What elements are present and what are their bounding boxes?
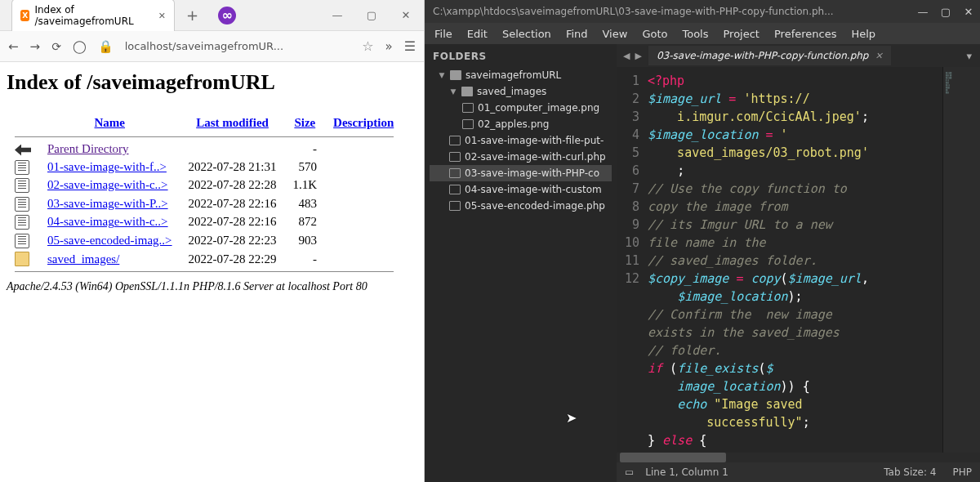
file-link[interactable]: 04-save-image-with-c..> (47, 215, 168, 228)
back-button[interactable]: ← (8, 39, 19, 54)
file-link[interactable]: 01-save-image-with-f..> (47, 160, 167, 173)
menu-item-preferences[interactable]: Preferences (774, 28, 836, 40)
menu-item-selection[interactable]: Selection (502, 28, 551, 40)
reload-button[interactable]: ⟳ (51, 40, 61, 53)
editor-maximize-icon[interactable]: ▢ (934, 0, 957, 23)
status-cursor[interactable]: Line 1, Column 1 (645, 466, 728, 478)
new-tab-button[interactable]: + (181, 7, 203, 24)
tree-file[interactable]: 03-save-image-with-PHP-co (430, 165, 612, 181)
table-row: 02-save-image-with-c..> 2022-07-28 22:28… (7, 176, 402, 195)
file-link[interactable]: 05-save-encoded-imag..> (47, 234, 172, 247)
editor-file-tab[interactable]: 03-save-image-with-PHP-copy-function.php… (648, 46, 891, 65)
status-tabsize[interactable]: Tab Size: 4 (884, 466, 936, 478)
address-bar[interactable]: localhost/saveimagefromUR... (125, 40, 350, 52)
parent-link[interactable]: Parent Directory (47, 142, 129, 155)
tree-label: 02-save-image-with-curl.php (465, 151, 606, 163)
code-area[interactable]: 123456789101112 <?php $image_url = 'http… (617, 67, 980, 453)
forward-button[interactable]: → (30, 39, 41, 54)
chevron-down-icon: ▼ (438, 71, 446, 79)
up-icon (15, 145, 31, 156)
browser-window: X Index of /saveimagefromURL ✕ + ∞ — ▢ ✕… (0, 0, 425, 482)
file-modified: 2022-07-28 22:29 (180, 250, 285, 269)
file-link[interactable]: 03-save-image-with-P..> (47, 197, 168, 210)
menu-item-edit[interactable]: Edit (467, 28, 488, 40)
table-row: 01-save-image-with-f..> 2022-07-28 21:31… (7, 158, 402, 176)
col-size[interactable]: Size (294, 116, 315, 129)
menu-item-view[interactable]: View (603, 28, 628, 40)
file-icon (462, 103, 474, 113)
editor-menu-bar: FileEditSelectionFindViewGotoToolsProjec… (425, 23, 980, 44)
col-modified[interactable]: Last modified (196, 116, 269, 129)
file-icon (449, 152, 461, 162)
menu-icon[interactable]: ☰ (404, 38, 416, 54)
close-tab-icon[interactable]: ✕ (158, 11, 166, 21)
extension-icon[interactable]: ∞ (218, 7, 236, 25)
tree-file[interactable]: 04-save-image-with-custom (430, 181, 612, 198)
tab-prev-icon[interactable]: ◀ (623, 51, 630, 61)
menu-item-help[interactable]: Help (851, 28, 875, 40)
table-row: 05-save-encoded-imag..> 2022-07-28 22:23… (7, 231, 402, 250)
tree-file[interactable]: 02_apples.png (430, 116, 612, 132)
file-link[interactable]: 02-save-image-with-c..> (47, 178, 168, 191)
folder-icon (450, 70, 461, 80)
tree-folder[interactable]: ▼saved_images (430, 83, 612, 100)
lock-icon[interactable]: 🔒 (98, 39, 114, 54)
menu-item-project[interactable]: Project (723, 28, 759, 40)
parent-row: Parent Directory - (7, 141, 402, 158)
file-size: 872 (285, 213, 326, 232)
server-footer: Apache/2.4.53 (Win64) OpenSSL/1.1.1n PHP… (7, 280, 417, 293)
tree-file[interactable]: 05-save-encoded-image.php (430, 198, 612, 214)
table-row: 03-save-image-with-P..> 2022-07-28 22:16… (7, 194, 402, 213)
tree-label: 03-save-image-with-PHP-co (465, 167, 599, 179)
file-icon (462, 119, 474, 129)
scrollbar-thumb[interactable] (620, 453, 726, 462)
maximize-icon[interactable]: ▢ (360, 4, 383, 27)
col-name[interactable]: Name (95, 116, 126, 129)
close-file-tab-icon[interactable]: ✕ (875, 51, 882, 61)
code-text[interactable]: <?php $image_url = 'https:// i.imgur.com… (646, 67, 942, 453)
file-icon (15, 160, 29, 175)
file-size: 570 (285, 158, 326, 176)
tab-next-icon[interactable]: ▶ (635, 51, 641, 61)
minimize-icon[interactable]: — (326, 4, 349, 27)
col-desc[interactable]: Description (333, 116, 394, 129)
tab-overflow-icon[interactable]: ▾ (966, 50, 980, 62)
editor-sidebar: FOLDERS ▼saveimagefromURL▼saved_images01… (425, 44, 617, 482)
file-modified: 2022-07-28 22:16 (180, 213, 285, 232)
editor-minimize-icon[interactable]: — (911, 0, 934, 23)
tree-label: saved_images (477, 86, 546, 97)
file-link[interactable]: saved_images/ (47, 252, 119, 266)
tree-file[interactable]: 02-save-image-with-curl.php (430, 149, 612, 165)
shield-icon[interactable]: ◯ (73, 39, 87, 54)
minimap[interactable]: ██ ██████ ████ ████ ██████ ██████████ (942, 67, 980, 453)
bookmark-star-icon[interactable]: ☆ (362, 38, 373, 54)
browser-tab[interactable]: X Index of /saveimagefromURL ✕ (11, 0, 175, 32)
editor-title-text: C:\xampp\htdocs\saveimagefromURL\03-save… (433, 6, 834, 17)
tree-label: saveimagefromURL (466, 69, 561, 81)
menu-item-goto[interactable]: Goto (642, 28, 667, 40)
close-icon[interactable]: ✕ (394, 4, 417, 27)
menu-item-find[interactable]: Find (566, 28, 588, 40)
horizontal-scrollbar[interactable] (617, 453, 980, 462)
folder-icon (15, 252, 29, 266)
editor-tab-bar: ◀ ▶ 03-save-image-with-PHP-copy-function… (617, 44, 980, 67)
file-tree: ▼saveimagefromURL▼saved_images01_compute… (425, 67, 617, 214)
file-icon (15, 197, 29, 212)
overflow-icon[interactable]: » (385, 39, 392, 54)
tree-file[interactable]: 01-save-image-with-file-put- (430, 132, 612, 149)
console-icon[interactable]: ▭ (625, 466, 634, 478)
menu-item-file[interactable]: File (434, 28, 452, 40)
tree-label: 04-save-image-with-custom (465, 184, 602, 195)
table-row: 04-save-image-with-c..> 2022-07-28 22:16… (7, 213, 402, 232)
status-lang[interactable]: PHP (953, 466, 973, 478)
menu-item-tools[interactable]: Tools (682, 28, 708, 40)
editor-close-icon[interactable]: ✕ (957, 0, 980, 23)
tree-label: 01-save-image-with-file-put- (465, 135, 604, 146)
chevron-down-icon: ▼ (449, 87, 457, 96)
tree-label: 02_apples.png (478, 118, 549, 130)
file-icon (449, 168, 461, 178)
file-size: 903 (285, 231, 326, 250)
xampp-icon: X (20, 10, 29, 21)
tree-folder[interactable]: ▼saveimagefromURL (430, 67, 612, 83)
tree-file[interactable]: 01_computer_image.png (430, 100, 612, 116)
